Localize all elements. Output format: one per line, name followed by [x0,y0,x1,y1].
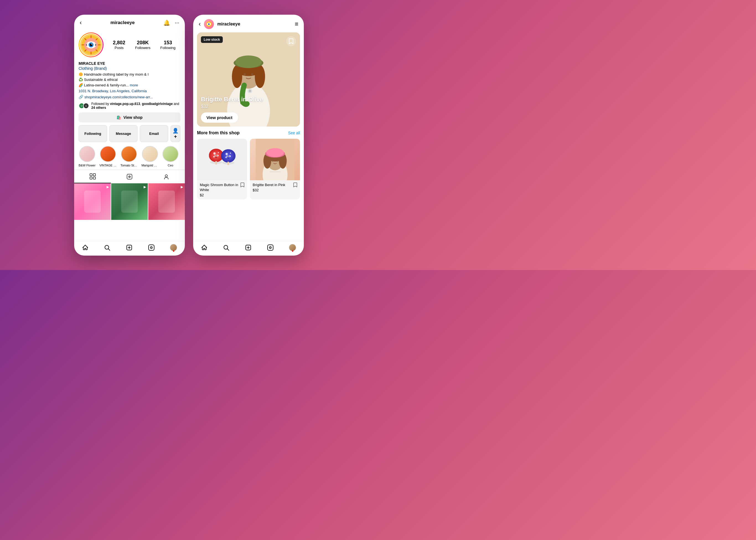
product-card-2[interactable]: Brigitte Beret in Pink $32 [250,139,300,200]
nav-search[interactable] [104,244,110,251]
featured-product-info: Brigitte Beret in Olive $32 View product [201,96,263,123]
highlight-item[interactable]: Marigold BTS [142,146,159,167]
followers-count: 208K [137,40,149,46]
view-product-button[interactable]: View product [201,112,238,123]
product-price-2: $32 [253,188,285,192]
shop-top-nav: ‹ miracleeye ≡ [193,15,304,32]
shop-profile-avatar-nav [289,244,296,251]
svg-point-66 [221,149,236,163]
shop-nav-create[interactable] [245,244,252,251]
svg-rect-18 [90,174,92,176]
featured-product-card: Low stock Brigitte Beret in Olive $32 Vi… [197,32,300,127]
profile-top-nav: ‹ miracleeye 🔔 ··· [74,15,185,29]
profile-link[interactable]: 🔗 shopmiracleyeye.com/collections/new-ar… [78,95,180,99]
product-bookmark-2[interactable] [293,183,297,189]
highlight-item[interactable]: Ceo [162,146,178,167]
product-card-name-price-1: Magic Shroom Button in White $2 [200,183,241,197]
svg-point-95 [270,247,270,248]
shop-back-button[interactable]: ‹ [199,21,201,28]
link-icon: 🔗 [78,95,83,99]
add-person-button[interactable]: 👤+ [170,125,180,142]
svg-point-59 [218,152,219,153]
avatar[interactable] [78,32,103,57]
profile-section: 2,802 Posts 208K Followers 153 Following… [74,29,185,170]
tab-grid[interactable] [74,170,111,183]
profile-category[interactable]: Clothing (Brand) [78,66,180,70]
shop-avatar [204,19,214,29]
bookmark-icon [289,38,294,44]
nav-create[interactable] [126,244,133,251]
reels-nav-icon [148,244,155,251]
shop-nav-reels[interactable] [267,244,274,251]
svg-point-61 [214,155,215,156]
highlight-circle-1 [79,146,95,162]
notification-dot [173,250,174,252]
link-text[interactable]: shopmiracleyeye.com/collections/new-arr.… [84,95,153,99]
profile-stats: 2,802 Posts 208K Followers 153 Following [108,40,180,50]
svg-point-45 [255,65,265,88]
svg-point-73 [227,156,227,156]
svg-point-86 [277,160,278,162]
product-card-info-2: Brigitte Beret in Pink $32 [250,180,300,195]
shop-icon: 🛍️ [117,115,121,120]
shop-create-icon [245,244,252,251]
svg-rect-19 [93,174,95,176]
svg-point-47 [235,56,262,68]
email-button[interactable]: Email [140,125,168,142]
grid-post-1[interactable]: ▶ [74,183,111,220]
profile-location[interactable]: 1031 N. Broadway, Los Angeles, Californi… [78,89,180,93]
highlight-circle-4 [142,146,158,162]
post-figure-3 [148,183,185,220]
following-button[interactable]: Following [78,125,107,142]
highlight-item[interactable]: Tomato Stri... [120,146,138,167]
product-name-1: Magic Shroom Button in White [200,183,241,193]
highlight-item[interactable]: VINTAGE S... [99,146,117,167]
grid-post-3[interactable]: ▶ [148,183,185,220]
svg-point-56 [213,152,216,155]
featured-product-price: $32 [201,104,263,109]
notification-icon[interactable]: 🔔 [163,19,170,26]
shop-notification-dot [292,250,293,252]
shop-home-icon [201,244,208,251]
nav-reels[interactable] [148,244,155,251]
shop-nav-profile[interactable] [289,244,296,251]
see-all-link[interactable]: See all [288,131,300,135]
posts-stat[interactable]: 2,802 Posts [113,40,125,50]
followers-label: Followers [135,46,151,50]
tab-reels[interactable] [111,170,148,183]
create-icon [126,244,133,251]
mushroom-illustration [206,146,239,173]
hamburger-menu-icon[interactable]: ≡ [295,21,298,28]
product-price-1: $2 [200,193,241,197]
svg-point-68 [226,153,228,155]
view-shop-button[interactable]: 🛍️ View shop [78,112,180,122]
svg-line-27 [108,249,110,250]
content-tabs [74,170,185,183]
message-button[interactable]: Message [109,125,138,142]
tab-tagged[interactable] [148,170,185,183]
shop-nav-home[interactable] [201,244,208,251]
back-button[interactable]: ‹ [80,19,82,26]
nav-profile[interactable] [170,244,177,251]
left-phone: ‹ miracleeye 🔔 ··· [74,15,185,256]
more-from-shop-section: More from this shop See all [193,130,304,200]
nav-home[interactable] [82,244,88,251]
reels-icon [127,174,133,180]
shop-username: miracleeye [217,22,291,27]
followers-stat[interactable]: 208K Followers [135,40,151,50]
follower-avatars: V G [78,103,89,109]
highlight-item[interactable]: B&W Flower [78,146,95,167]
shop-nav-search[interactable] [223,244,229,251]
post-figure-2 [111,183,148,220]
posts-grid: ▶ ▶ ▶ [74,183,185,241]
featured-bookmark-button[interactable] [286,36,296,46]
profile-header: 2,802 Posts 208K Followers 153 Following [78,32,180,57]
more-options-icon[interactable]: ··· [174,19,179,26]
grid-post-2[interactable]: ▶ [111,183,148,220]
product-card-1[interactable]: Magic Shroom Button in White $2 [197,139,247,200]
svg-point-75 [229,156,229,156]
post-figure-1 [74,183,111,220]
bookmark-product-icon-2 [293,183,297,188]
following-stat[interactable]: 153 Following [160,40,175,50]
product-bookmark-1[interactable] [241,183,244,189]
